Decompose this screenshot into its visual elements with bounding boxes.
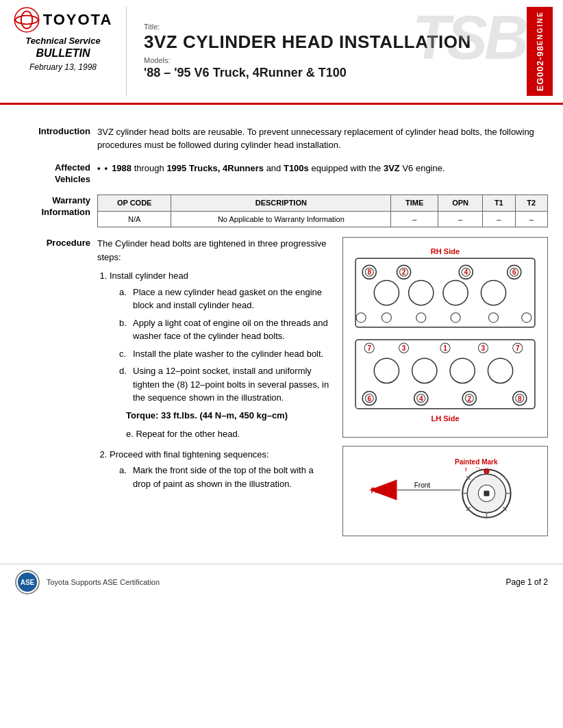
substeps-list: a. Place a new cylinder head gasket on t…: [110, 286, 332, 405]
document-title: 3VZ CYLINDER HEAD INSTALLATION: [144, 32, 516, 52]
svg-point-18: [443, 281, 468, 305]
substep2-a-label: a.: [119, 464, 129, 490]
header-main: Title: 3VZ CYLINDER HEAD INSTALLATION Mo…: [137, 7, 516, 96]
substep2-a: a. Mark the front side of the top of the…: [119, 464, 332, 490]
warranty-col-description: DESCRIPTION: [171, 195, 391, 212]
introduction-body: 3VZ cylinder head bolts are reusable. To…: [97, 125, 548, 152]
page: TSB TOYOTA Technical Service BULLETIN Fe…: [0, 0, 563, 728]
affected-vehicles-item: • 1988 through 1995 Trucks, 4Runners and…: [97, 162, 548, 175]
warranty-col-t2: T2: [515, 195, 547, 212]
affected-vehicles-label: AffectedVehicles: [15, 162, 97, 186]
warranty-header-row: OP CODE DESCRIPTION TIME OPN T1 T2: [98, 195, 548, 212]
svg-text:1: 1: [443, 345, 447, 353]
introduction-label: Introduction: [15, 125, 97, 136]
warranty-desc-cell: No Applicable to Warranty Information: [171, 211, 391, 227]
main-content: Introduction 3VZ cylinder head bolts are…: [0, 105, 563, 550]
procedure-section: Procedure The Cylinder head bolts are ti…: [15, 237, 548, 536]
ase-certification-text: Toyota Supports ASE Certification: [47, 578, 160, 586]
tsb-date: February 13, 1998: [29, 62, 97, 72]
warranty-col-opcode: OP CODE: [98, 195, 171, 212]
procedure-text-block: The Cylinder head bolts are tightened in…: [97, 237, 332, 494]
svg-point-2: [15, 16, 38, 25]
svg-text:3: 3: [481, 345, 486, 353]
page-number: Page 1 of 2: [506, 577, 548, 587]
substep-c: c. Install the plate washer to the cylin…: [119, 347, 332, 361]
bolt-paint-diagram: Painted Mark Front: [342, 446, 548, 536]
torque-text: Torque: 33 ft.lbs. (44 N–m, 450 kg–cm): [126, 409, 332, 423]
svg-text:4: 4: [419, 395, 423, 403]
warranty-t1-cell: –: [483, 211, 515, 227]
substep-a-label: a.: [119, 286, 129, 312]
introduction-section: Introduction 3VZ cylinder head bolts are…: [15, 125, 548, 152]
substep-a: a. Place a new cylinder head gasket on t…: [119, 286, 332, 312]
warranty-section: WarrantyInformation OP CODE DESCRIPTION …: [15, 194, 548, 227]
warranty-time-cell: –: [391, 211, 438, 227]
footer: ASE Toyota Supports ASE Certification Pa…: [0, 564, 563, 600]
substep-d-label: d.: [119, 364, 129, 405]
warranty-col-opn: OPN: [438, 195, 483, 212]
warranty-table: OP CODE DESCRIPTION TIME OPN T1 T2 N/A N…: [97, 194, 548, 227]
svg-point-27: [451, 313, 460, 323]
step2-text: Proceed with final tightening sequences:: [110, 449, 269, 460]
warranty-opn-cell: –: [438, 211, 483, 227]
side-badge: ENGINE EG002-98: [527, 7, 553, 96]
procedure-intro: The Cylinder head bolts are tightened in…: [97, 237, 332, 264]
badge-engine-text: ENGINE: [536, 11, 544, 45]
cylinder-head-diagram: RH Side 8 2: [342, 237, 548, 438]
substep-b: b. Apply a light coat of engine oil on t…: [119, 316, 332, 343]
svg-text:Painted Mark: Painted Mark: [455, 458, 498, 466]
substep-d-text: Using a 12–point socket, install and uni…: [133, 364, 332, 405]
substep-b-text: Apply a light coat of engine oil on the …: [133, 316, 332, 343]
substep-b-label: b.: [119, 316, 129, 343]
svg-point-46: [488, 359, 512, 384]
badge-code-text: EG002-98: [535, 45, 545, 91]
models-text: '88 – '95 V6 Truck, 4Runner & T100: [144, 66, 516, 80]
header-logo: TOYOTA Technical Service BULLETIN Februa…: [10, 7, 127, 96]
tsb-bulletin: BULLETIN: [36, 47, 90, 60]
svg-text:Front: Front: [371, 488, 388, 495]
procedure-steps: Install cylinder head a. Place a new cyl…: [97, 269, 332, 405]
models-label: Models:: [144, 56, 516, 64]
warranty-col-t1: T1: [483, 195, 515, 212]
substep-c-label: c.: [119, 347, 129, 361]
affected-vehicles-section: AffectedVehicles • 1988 through 1995 Tru…: [15, 162, 548, 186]
svg-rect-67: [484, 491, 489, 497]
cylinder-head-svg: RH Side 8 2: [349, 243, 542, 429]
warranty-data-row: N/A No Applicable to Warranty Informatio…: [98, 211, 548, 227]
svg-text:ASE: ASE: [21, 579, 35, 586]
svg-text:LH Side: LH Side: [431, 414, 459, 423]
affected-vehicles-body: • 1988 through 1995 Trucks, 4Runners and…: [97, 162, 548, 178]
substep2-a-text: Mark the front side of the top of the bo…: [133, 464, 332, 490]
svg-text:7: 7: [516, 345, 520, 353]
svg-point-43: [374, 359, 399, 384]
svg-text:2: 2: [402, 269, 406, 277]
warranty-body: OP CODE DESCRIPTION TIME OPN T1 T2 N/A N…: [97, 194, 548, 227]
warranty-t2-cell: –: [515, 211, 547, 227]
svg-text:Front: Front: [414, 482, 431, 490]
svg-text:7: 7: [367, 345, 371, 353]
svg-text:8: 8: [367, 269, 371, 277]
svg-point-25: [416, 313, 426, 323]
svg-point-17: [409, 281, 434, 305]
svg-point-45: [450, 359, 475, 384]
procedure-label: Procedure: [15, 237, 97, 248]
toyota-emblem-icon: [14, 7, 40, 33]
warranty-col-time: TIME: [391, 195, 438, 212]
toyota-wordmark: TOYOTA: [43, 11, 113, 29]
svg-point-19: [481, 281, 505, 305]
footer-left: ASE Toyota Supports ASE Certification: [15, 570, 160, 594]
warranty-opcode-cell: N/A: [98, 211, 171, 227]
svg-point-1: [21, 11, 32, 28]
affected-vehicles-text: 1988 through 1995 Trucks, 4Runners and T…: [112, 162, 445, 175]
svg-point-44: [412, 359, 437, 384]
toyota-logo-group: TOYOTA: [14, 7, 113, 33]
svg-point-23: [381, 313, 391, 323]
substep-c-text: Install the plate washer to the cylinder…: [133, 347, 323, 361]
procedure-content: The Cylinder head bolts are tightened in…: [97, 237, 548, 536]
svg-text:3: 3: [402, 345, 406, 353]
warranty-label: WarrantyInformation: [15, 194, 97, 218]
ase-badge-icon: ASE: [15, 570, 40, 594]
step1-text: Install cylinder head: [110, 271, 188, 281]
svg-text:8: 8: [518, 395, 522, 403]
svg-text:6: 6: [367, 395, 371, 403]
